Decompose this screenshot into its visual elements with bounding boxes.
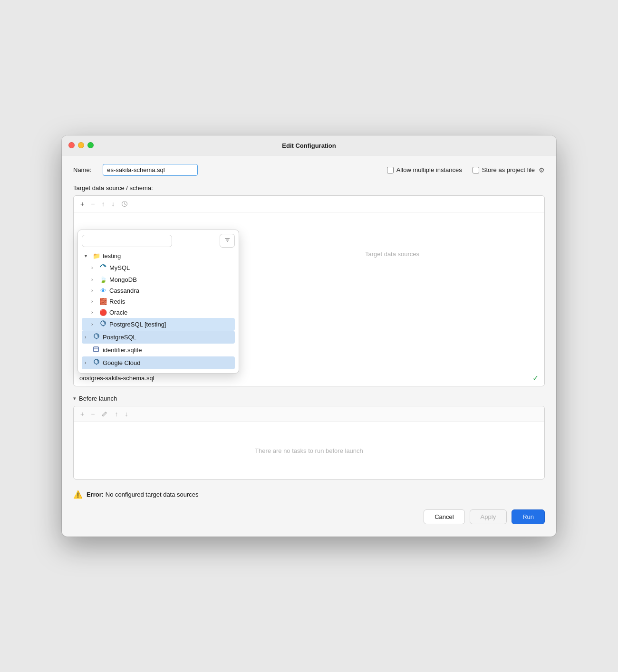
window-title: Edit Configuration: [282, 142, 336, 149]
bl-add-button[interactable]: +: [77, 409, 87, 419]
tree-item-testing[interactable]: ▾ 📁 testing: [82, 250, 235, 261]
datasource-panel: + − ↑ ↓ 🔍: [73, 195, 545, 386]
pg-icon-2: [92, 333, 101, 342]
mongo-icon: 🍃: [99, 276, 107, 283]
error-icon: ⚠️: [73, 490, 83, 499]
cassandra-icon: 👁: [99, 287, 107, 294]
tree-item-label: identifier.sqlite: [103, 346, 142, 354]
tree-item-google-cloud[interactable]: › Google Cloud: [82, 356, 235, 369]
error-text: Error: No configured target data sources: [87, 491, 199, 498]
checkbox-group: Allow multiple instances Store as projec…: [387, 166, 545, 174]
chevron-right-icon: ›: [91, 299, 97, 304]
chevron-right-icon: ›: [91, 322, 97, 327]
chevron-right-icon: ›: [91, 265, 97, 270]
tree-item-label: PostgreSQL: [103, 334, 136, 341]
store-as-project-label: Store as project file: [482, 166, 535, 173]
tree-item-label: Redis: [109, 298, 125, 305]
checkmark-icon: ✓: [532, 374, 539, 383]
tree-item-label: Oracle: [109, 309, 127, 316]
bl-remove-button[interactable]: −: [88, 409, 97, 419]
mysql-icon: [99, 263, 107, 272]
edit-configuration-window: Edit Configuration Name: Allow multiple …: [62, 135, 556, 537]
svg-rect-6: [94, 347, 98, 352]
collapse-chevron-icon[interactable]: ▾: [73, 395, 76, 402]
chevron-down-icon: ▾: [85, 253, 90, 259]
oracle-icon: 🔴: [99, 309, 107, 316]
tree-item-label: testing: [103, 252, 121, 259]
tree-item-postgresql[interactable]: › PostgreSQL: [82, 331, 235, 344]
error-detail: No configured target data sources: [106, 491, 199, 498]
no-tasks-placeholder: There are no tasks to run before launch: [74, 422, 544, 479]
tree-item-redis[interactable]: › 🧱 Redis: [82, 296, 235, 307]
tree-item-postgresql-testing[interactable]: › PostgreSQL [testing]: [82, 318, 235, 331]
tree-item-label: PostgreSQL [testing]: [109, 321, 166, 328]
tree-item-sqlite[interactable]: › identifier.sqlite: [82, 344, 235, 356]
main-content: Name: Allow multiple instances Store as …: [62, 155, 556, 537]
name-label: Name:: [73, 166, 91, 173]
name-input[interactable]: [103, 164, 198, 176]
error-row: ⚠️ Error: No configured target data sour…: [73, 488, 545, 501]
datasource-section-label: Target data source / schema:: [73, 184, 545, 192]
search-input[interactable]: [82, 235, 172, 247]
cancel-button[interactable]: Cancel: [424, 509, 464, 524]
chevron-right-icon: ›: [91, 310, 97, 315]
chevron-right-icon: ›: [91, 288, 97, 293]
datasource-dropdown[interactable]: 🔍: [77, 230, 239, 374]
gear-icon[interactable]: ⚙: [539, 166, 545, 174]
no-tasks-text: There are no tasks to run before launch: [255, 447, 363, 454]
bl-edit-button[interactable]: [98, 409, 111, 419]
bl-up-button[interactable]: ↑: [112, 409, 121, 419]
placeholder-text: Target data sources: [365, 250, 419, 258]
tree-item-mysql[interactable]: › MySQL: [82, 261, 235, 274]
before-launch-header: ▾ Before launch: [73, 395, 545, 402]
tree-item-label: Google Cloud: [103, 359, 141, 366]
datasource-body: 🔍: [74, 212, 544, 355]
tree-container: ▾ 📁 testing › MySQL: [82, 250, 235, 369]
name-row: Name: Allow multiple instances Store as …: [73, 164, 545, 176]
move-up-button[interactable]: ↑: [98, 199, 107, 209]
allow-multiple-checkbox-item: Allow multiple instances: [387, 166, 462, 173]
apply-button[interactable]: Apply: [470, 509, 507, 524]
chevron-right-icon: ›: [85, 360, 90, 365]
redis-icon: 🧱: [99, 298, 107, 305]
before-launch-section: ▾ Before launch + − ↑ ↓: [73, 395, 545, 480]
search-row: 🔍: [82, 234, 235, 248]
target-data-sources-placeholder: Target data sources: [240, 212, 544, 355]
file-name: oostgres-sakila-schema.sql: [79, 374, 529, 382]
before-launch-body: + − ↑ ↓ There are no tasks to run before…: [73, 406, 545, 480]
before-launch-toolbar: + − ↑ ↓: [74, 406, 544, 422]
chevron-down-icon: ›: [85, 335, 90, 340]
folder-icon: 📁: [92, 252, 101, 259]
error-label: Error:: [87, 491, 104, 498]
titlebar: Edit Configuration: [62, 135, 556, 155]
store-as-project-checkbox-item: Store as project file ⚙: [473, 166, 545, 174]
sqlite-icon: [92, 346, 101, 355]
tree-item-label: MongoDB: [109, 276, 137, 283]
search-wrapper: 🔍: [82, 235, 217, 247]
pg-icon: [99, 320, 107, 329]
allow-multiple-label: Allow multiple instances: [396, 166, 462, 173]
close-button[interactable]: [68, 142, 75, 148]
bl-down-button[interactable]: ↓: [122, 409, 131, 419]
store-as-project-checkbox[interactable]: [473, 167, 479, 173]
before-launch-label: Before launch: [79, 395, 117, 402]
add-button[interactable]: +: [77, 199, 87, 209]
move-down-button[interactable]: ↓: [108, 199, 117, 209]
chevron-right-icon: ›: [91, 277, 97, 282]
google-cloud-icon: [92, 358, 101, 367]
bottom-buttons: Cancel Apply Run: [73, 509, 545, 528]
run-button[interactable]: Run: [512, 509, 545, 524]
filter-button[interactable]: [220, 234, 235, 248]
tree-item-cassandra[interactable]: › 👁 Cassandra: [82, 285, 235, 296]
tree-item-label: Cassandra: [109, 287, 139, 294]
history-button[interactable]: [118, 199, 131, 209]
traffic-lights: [68, 142, 94, 148]
datasource-toolbar: + − ↑ ↓: [74, 196, 544, 212]
tree-item-oracle[interactable]: › 🔴 Oracle: [82, 307, 235, 318]
maximize-button[interactable]: [87, 142, 94, 148]
tree-item-mongodb[interactable]: › 🍃 MongoDB: [82, 274, 235, 285]
allow-multiple-checkbox[interactable]: [387, 167, 394, 173]
tree-item-label: MySQL: [109, 264, 130, 271]
minimize-button[interactable]: [78, 142, 84, 148]
remove-button[interactable]: −: [88, 199, 97, 209]
